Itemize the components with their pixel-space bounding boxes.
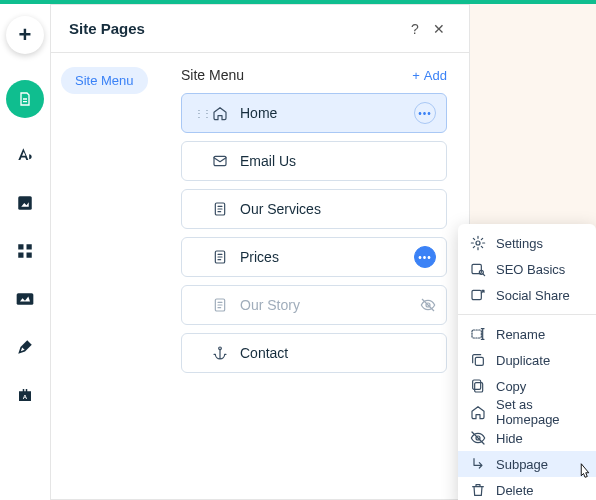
menu-item-label: Copy — [496, 379, 526, 394]
share-icon — [470, 287, 486, 303]
svg-rect-3 — [18, 253, 23, 258]
close-button[interactable]: ✕ — [427, 17, 451, 41]
menu-item-subpage[interactable]: Subpage — [458, 451, 596, 477]
home-icon — [470, 404, 486, 420]
typography-icon[interactable] — [14, 144, 36, 166]
hide-icon — [470, 430, 486, 446]
duplicate-icon — [470, 352, 486, 368]
menu-item-social-share[interactable]: Social Share — [458, 282, 596, 308]
svg-rect-1 — [18, 244, 23, 249]
page-label: Contact — [240, 345, 436, 361]
copy-icon — [470, 378, 486, 394]
page-item[interactable]: ⋮⋮Our Services — [181, 189, 447, 229]
image-frame-icon[interactable] — [14, 192, 36, 214]
page-label: Prices — [240, 249, 414, 265]
page-item[interactable]: ⋮⋮Prices••• — [181, 237, 447, 277]
menu-item-settings[interactable]: Settings — [458, 230, 596, 256]
svg-rect-17 — [472, 330, 481, 338]
menu-item-seo-basics[interactable]: SEO Basics — [458, 256, 596, 282]
page-item[interactable]: ⋮⋮Our Story — [181, 285, 447, 325]
hidden-icon — [420, 297, 436, 313]
page-context-menu: SettingsSEO BasicsSocial ShareRenameDupl… — [458, 224, 596, 500]
menu-item-copy[interactable]: Copy — [458, 373, 596, 399]
menu-item-label: SEO Basics — [496, 262, 565, 277]
menu-separator — [458, 314, 596, 315]
svg-rect-0 — [18, 196, 32, 210]
svg-rect-5 — [17, 293, 34, 305]
menu-item-delete[interactable]: Delete — [458, 477, 596, 500]
pages-list-region: Site Menu + Add ⋮⋮Home•••⋮⋮Email Us⋮⋮Our… — [181, 53, 469, 499]
page-label: Our Services — [240, 201, 436, 217]
svg-rect-18 — [475, 357, 483, 365]
anchor-icon — [210, 345, 230, 361]
page-icon — [210, 297, 230, 313]
svg-rect-2 — [27, 244, 32, 249]
menu-item-label: Subpage — [496, 457, 548, 472]
menu-item-label: Hide — [496, 431, 523, 446]
app-toolbar: + A — [0, 4, 50, 500]
menu-item-duplicate[interactable]: Duplicate — [458, 347, 596, 373]
page-icon — [210, 201, 230, 217]
menu-item-set-as-homepage[interactable]: Set as Homepage — [458, 399, 596, 425]
page-more-button[interactable]: ••• — [414, 102, 436, 124]
subpage-icon — [470, 456, 486, 472]
menu-item-label: Duplicate — [496, 353, 550, 368]
plus-icon: + — [412, 68, 420, 83]
svg-rect-20 — [473, 380, 481, 389]
site-pages-panel: Site Pages ? ✕ Site Menu Site Menu + Add… — [50, 4, 470, 500]
menu-item-label: Set as Homepage — [496, 397, 584, 427]
pen-icon[interactable] — [14, 336, 36, 358]
add-button[interactable]: + — [6, 16, 44, 54]
svg-point-13 — [476, 241, 480, 245]
gear-icon — [470, 235, 486, 251]
add-page-button[interactable]: + Add — [412, 68, 447, 83]
list-title: Site Menu — [181, 67, 412, 83]
menu-item-label: Settings — [496, 236, 543, 251]
svg-text:A: A — [23, 394, 28, 400]
svg-rect-16 — [472, 290, 481, 299]
mail-icon — [210, 153, 230, 169]
help-button[interactable]: ? — [403, 17, 427, 41]
page-more-button[interactable]: ••• — [414, 246, 436, 268]
briefcase-icon[interactable]: A — [14, 384, 36, 406]
page-label: Home — [240, 105, 414, 121]
media-icon[interactable] — [14, 288, 36, 310]
menu-item-rename[interactable]: Rename — [458, 321, 596, 347]
menu-item-label: Delete — [496, 483, 534, 498]
page-item[interactable]: ⋮⋮Email Us — [181, 141, 447, 181]
page-item[interactable]: ⋮⋮Contact — [181, 333, 447, 373]
delete-icon — [470, 482, 486, 498]
menu-item-label: Social Share — [496, 288, 570, 303]
pages-button[interactable] — [6, 80, 44, 118]
panel-title: Site Pages — [69, 20, 403, 37]
page-icon — [210, 249, 230, 265]
apps-grid-icon[interactable] — [14, 240, 36, 262]
add-label: Add — [424, 68, 447, 83]
menu-item-label: Rename — [496, 327, 545, 342]
panel-header: Site Pages ? ✕ — [51, 5, 469, 53]
drag-handle-icon[interactable]: ⋮⋮ — [194, 108, 204, 119]
sidebar-tab-site-menu[interactable]: Site Menu — [61, 67, 148, 94]
panel-sidebar: Site Menu — [51, 53, 181, 499]
page-label: Email Us — [240, 153, 436, 169]
menu-item-hide[interactable]: Hide — [458, 425, 596, 451]
svg-rect-4 — [27, 253, 32, 258]
seo-icon — [470, 261, 486, 277]
rename-icon — [470, 326, 486, 342]
page-label: Our Story — [240, 297, 420, 313]
page-item[interactable]: ⋮⋮Home••• — [181, 93, 447, 133]
svg-rect-19 — [475, 383, 483, 392]
home-icon — [210, 105, 230, 121]
